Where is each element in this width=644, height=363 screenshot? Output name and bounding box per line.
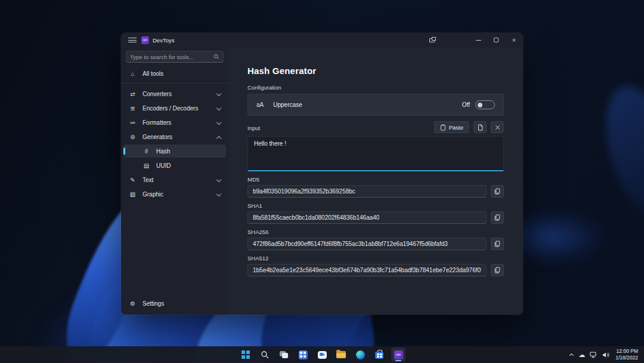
copy-button-sha512[interactable]	[491, 264, 504, 276]
main-content: Hash Generator Configuration aA Uppercas…	[228, 47, 523, 315]
compact-overlay-icon	[429, 38, 435, 42]
window-titlebar[interactable]: </> DevToys ×	[121, 33, 523, 47]
toggle-knob	[478, 103, 482, 107]
sidebar-item-converters[interactable]: ⇄ Converters	[123, 87, 226, 100]
search-icon	[213, 54, 219, 60]
chevron-down-icon	[216, 178, 221, 182]
file-explorer-button[interactable]	[334, 347, 348, 362]
chat-button[interactable]	[315, 347, 329, 362]
hash-value-field-sha1[interactable]: 8fa581f55caecb0bc1da080202f64836b146aa40	[247, 211, 487, 224]
hash-value-field-sha256[interactable]: 472f86ad5b7bcd90eff6147fd6f8fb755ac3b1ab…	[247, 238, 487, 250]
edge-button[interactable]	[353, 347, 367, 362]
clear-input-button[interactable]	[491, 121, 504, 133]
sidebar-item-settings[interactable]: ⚙ Settings	[123, 297, 226, 310]
tray-date: 1/18/2022	[615, 355, 638, 361]
search-input[interactable]	[130, 54, 213, 60]
uppercase-toggle[interactable]	[475, 100, 495, 109]
input-label: Input	[247, 125, 260, 133]
chat-icon	[318, 351, 327, 359]
sidebar: ⌂ All tools ⇄ Converters ≣ Encoders / De…	[121, 47, 228, 315]
sidebar-item-all-tools[interactable]: ⌂ All tools	[123, 67, 226, 80]
compact-overlay-button[interactable]	[423, 33, 441, 47]
wallpaper-petal	[592, 77, 644, 228]
devtoys-icon: </>	[394, 350, 403, 359]
chevron-up-icon	[216, 135, 221, 139]
sidebar-item-text[interactable]: ✎ Text	[123, 173, 226, 186]
taskbar: </> ☁ 12:00 PM 1/18/2022	[0, 346, 644, 363]
sidebar-item-generators[interactable]: ⊛ Generators	[123, 130, 226, 143]
sidebar-item-formatters[interactable]: ≔ Formatters	[123, 116, 226, 129]
clear-icon	[495, 125, 500, 130]
tray-time: 12:00 PM	[615, 348, 638, 355]
home-icon: ⌂	[129, 70, 137, 77]
volume-icon[interactable]	[602, 352, 609, 358]
sidebar-item-label: Hash	[156, 148, 170, 155]
encoders-decoders-icon: ≣	[129, 105, 137, 112]
clock[interactable]: 12:00 PM 1/18/2022	[614, 348, 638, 361]
hash-value-field-sha512[interactable]: 1b5e4b2ea5e1e23c5649ece43bf3e674b7a90b3f…	[247, 264, 487, 276]
search-icon	[261, 350, 269, 359]
store-icon	[375, 352, 383, 359]
devtoys-logo-icon: </>	[141, 36, 149, 44]
paste-icon	[440, 124, 446, 131]
sidebar-item-label: Converters	[143, 91, 172, 97]
minimize-button[interactable]	[469, 33, 487, 47]
sidebar-item-graphic[interactable]: ▧ Graphic	[123, 187, 226, 201]
search-box[interactable]	[126, 51, 224, 63]
system-tray: ☁ 12:00 PM 1/18/2022	[569, 346, 644, 363]
graphic-icon: ▧	[129, 191, 137, 198]
uppercase-setting-card: aA Uppercase Off	[247, 94, 504, 116]
sidebar-item-label: UUID	[156, 162, 171, 169]
store-button[interactable]	[372, 347, 386, 362]
chevron-down-icon	[216, 121, 221, 125]
close-button[interactable]: ×	[505, 33, 523, 47]
configuration-section-label: Configuration	[247, 84, 504, 91]
minimize-icon	[476, 40, 481, 41]
hash-value: 1b5e4b2ea5e1e23c5649ece43bf3e674b7a90b3f…	[253, 267, 481, 273]
hash-value: b9a4f035019096a2f939352b369258bc	[253, 188, 355, 195]
app-title: DevToys	[153, 37, 174, 44]
widgets-icon	[299, 350, 308, 359]
hash-value: 8fa581f55caecb0bc1da080202f64836b146aa40	[253, 214, 379, 221]
task-view-icon	[280, 351, 288, 358]
open-file-button[interactable]	[473, 121, 487, 133]
chevron-down-icon	[216, 106, 221, 110]
file-explorer-icon	[336, 351, 346, 358]
sidebar-item-label: Graphic	[143, 191, 163, 198]
sidebar-item-label: Text	[143, 177, 153, 183]
copy-button-sha256[interactable]	[491, 238, 504, 250]
devtoys-taskbar-button[interactable]: </>	[391, 347, 405, 362]
taskbar-search-button[interactable]	[258, 347, 272, 362]
sidebar-item-label: Formatters	[143, 119, 171, 126]
copy-icon	[494, 267, 500, 273]
sidebar-item-label: Settings	[143, 300, 164, 307]
sidebar-divider	[121, 83, 228, 84]
widgets-button[interactable]	[296, 347, 310, 362]
sidebar-item-label: All tools	[143, 70, 163, 77]
copy-button-md5[interactable]	[491, 185, 504, 198]
toggle-state-label: Off	[462, 101, 470, 108]
hash-label-md5: MD5	[247, 176, 504, 183]
task-view-button[interactable]	[277, 347, 291, 362]
input-textarea[interactable]: Hello there !	[247, 136, 504, 171]
chevron-down-icon	[216, 92, 221, 96]
copy-button-sha1[interactable]	[491, 211, 504, 224]
hash-value-field-md5[interactable]: b9a4f035019096a2f939352b369258bc	[247, 185, 487, 198]
network-icon[interactable]	[590, 352, 597, 358]
maximize-button[interactable]	[487, 33, 505, 47]
uuid-icon: ▤	[143, 162, 150, 169]
start-button[interactable]	[239, 347, 253, 362]
sidebar-item-encoders-decoders[interactable]: ≣ Encoders / Decoders	[123, 101, 226, 115]
windows-logo-icon	[242, 350, 250, 359]
sidebar-item-hash[interactable]: # Hash	[123, 144, 226, 158]
edge-icon	[356, 350, 365, 359]
hash-label-sha512: SHA512	[247, 255, 504, 262]
generators-icon: ⊛	[129, 134, 137, 140]
paste-button[interactable]: Paste	[434, 121, 469, 133]
devtoys-window: </> DevToys × ⌂ All tools ⇄ Converters	[121, 33, 523, 315]
onedrive-cloud-icon[interactable]: ☁	[578, 352, 585, 358]
sidebar-item-uuid[interactable]: ▤ UUID	[123, 159, 226, 172]
converters-icon: ⇄	[129, 91, 137, 97]
hamburger-menu-button[interactable]	[126, 35, 139, 45]
tray-chevron-up-icon[interactable]	[569, 353, 574, 357]
